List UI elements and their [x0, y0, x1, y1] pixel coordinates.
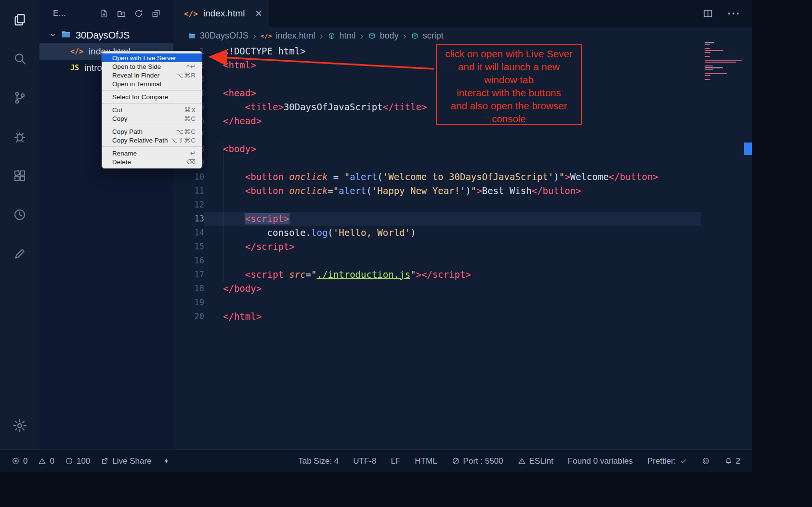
status-eslint[interactable]: ESLint — [518, 456, 553, 466]
breadcrumb: 30DaysOfJS›</>index.html›html›body›scrip… — [173, 27, 752, 44]
code-line-10[interactable]: 10 <button onclick = "alert('Welcome to … — [173, 170, 701, 184]
status-tab-size-4[interactable]: Tab Size: 4 — [298, 456, 339, 466]
explorer-actions — [99, 9, 161, 18]
folder-icon — [61, 29, 71, 42]
status-html[interactable]: HTML — [415, 456, 437, 466]
breadcrumb-body[interactable]: body — [368, 31, 399, 41]
status-port-5500[interactable]: Port : 5500 — [452, 456, 503, 466]
status-utf-8[interactable]: UTF-8 — [353, 456, 376, 466]
menu-item-delete[interactable]: Delete⌫ — [102, 157, 202, 166]
status-lf[interactable]: LF — [391, 456, 400, 466]
annotation-box: click on open with Live Severand it will… — [436, 44, 582, 125]
js-file-icon: JS — [70, 64, 79, 72]
explorer-title: E... — [53, 9, 66, 18]
activity-extensions[interactable] — [7, 163, 33, 189]
annotation-text: click on open with Live Severand it will… — [437, 47, 581, 125]
breadcrumb-label: body — [380, 31, 399, 41]
code-line-12[interactable]: 12 — [173, 198, 701, 212]
line-number: 14 — [173, 226, 204, 240]
activity-explorer[interactable] — [7, 7, 33, 33]
menu-item-open-in-terminal[interactable]: Open in Terminal — [102, 79, 202, 88]
folder-row-30daysofjs[interactable]: 30DaysOfJS — [39, 27, 173, 43]
code-line-20[interactable]: 20</html> — [173, 310, 701, 324]
breadcrumb-label: script — [423, 31, 444, 41]
status-100[interactable]: 100 — [65, 456, 90, 466]
menu-item-copy[interactable]: Copy⌘C — [102, 114, 202, 123]
new-folder-button[interactable] — [117, 9, 126, 18]
lightning-icon — [162, 457, 170, 465]
menu-item-select-for-compare[interactable]: Select for Compare — [102, 92, 202, 101]
breadcrumb-script[interactable]: script — [411, 31, 444, 41]
activity-search[interactable] — [7, 46, 33, 72]
menu-item-open-to-the-side[interactable]: Open to the Side^↵ — [102, 62, 202, 71]
code-line-15[interactable]: 15 </script> — [173, 240, 701, 254]
status-lightning[interactable] — [162, 457, 170, 465]
line-number: 16 — [173, 254, 204, 268]
editor-actions: ⋯ — [703, 0, 740, 27]
code-line-11[interactable]: 11 <button onclick="alert('Happy New Yea… — [173, 184, 701, 198]
annotation-line: and it will launch a new — [437, 60, 581, 73]
more-actions-icon[interactable]: ⋯ — [727, 7, 740, 20]
code-line-9[interactable]: 9 — [173, 156, 701, 170]
minimap[interactable] — [705, 42, 744, 81]
status-2[interactable]: 2 — [724, 456, 740, 466]
status-found-0-variables[interactable]: Found 0 variables — [568, 456, 633, 466]
breadcrumb-30daysofjs[interactable]: 30DaysOfJS — [188, 31, 249, 41]
status-smiley[interactable] — [702, 457, 710, 465]
refresh-button[interactable] — [134, 9, 144, 18]
new-folder-icon — [117, 9, 126, 18]
code-line-18[interactable]: 18</body> — [173, 282, 701, 296]
status-0[interactable]: 0 — [38, 456, 54, 466]
menu-item-cut[interactable]: Cut⌘X — [102, 105, 202, 114]
breadcrumb-label: index.html — [276, 31, 315, 41]
chevron-down-icon — [49, 30, 56, 41]
menu-item-rename[interactable]: Rename↵ — [102, 149, 202, 157]
annotation-line: interact with the buttons — [437, 86, 581, 99]
annotation-line: window tab — [437, 73, 581, 86]
status-live-share[interactable]: Live Share — [101, 456, 151, 466]
scrollbar-marker[interactable] — [744, 143, 752, 155]
share-icon — [101, 457, 109, 465]
line-number: 12 — [173, 198, 204, 212]
activity-run-debug[interactable] — [7, 124, 33, 150]
collapse-all-button[interactable] — [151, 9, 161, 18]
code-line-16[interactable]: 16 — [173, 254, 701, 268]
code-line-19[interactable]: 19 — [173, 296, 701, 310]
menu-item-reveal-in-finder[interactable]: Reveal in Finder⌥⌘R — [102, 71, 202, 79]
menu-item-copy-path[interactable]: Copy Path⌥⌘C — [102, 127, 202, 136]
status-0[interactable]: 0 — [12, 456, 27, 466]
code-line-13[interactable]: 13 <script> — [173, 212, 701, 226]
breadcrumb-index-html[interactable]: </>index.html — [261, 31, 315, 41]
root-folder-label: 30DaysOfJS — [76, 30, 130, 41]
breadcrumb-html[interactable]: html — [327, 31, 356, 41]
tab-index-html[interactable]: </> index.html × — [173, 0, 269, 27]
breadcrumb-separator: › — [249, 30, 261, 41]
activity-source-control[interactable] — [7, 85, 33, 111]
breadcrumb-separator: › — [356, 30, 368, 41]
menu-separator — [102, 125, 202, 125]
activity-history[interactable] — [7, 202, 33, 228]
code-line-7[interactable]: 7 — [173, 128, 701, 142]
menu-item-open-with-live-server[interactable]: Open with Live Server — [102, 53, 202, 62]
activity-edit[interactable] — [7, 241, 33, 267]
code-line-14[interactable]: 14 console.log('Hello, World') — [173, 226, 701, 240]
refresh-icon — [134, 9, 144, 18]
source-control-icon — [13, 91, 27, 105]
search-icon — [13, 52, 27, 66]
activity-bar-bottom — [7, 413, 33, 439]
split-editor-icon — [703, 8, 713, 19]
vscode-window: E... 30DaysOfJS </>index.htmlJSintroduct… — [0, 0, 752, 472]
code-line-8[interactable]: 8<body> — [173, 142, 701, 156]
status-prettier[interactable]: Prettier: — [647, 456, 687, 466]
code-line-17[interactable]: 17 <script src="./introduction.js"></scr… — [173, 268, 701, 282]
editor-area: </> index.html × ⋯ 30DaysOfJS›</>index.h… — [173, 0, 752, 449]
folder-icon — [61, 29, 71, 39]
menu-item-copy-relative-path[interactable]: Copy Relative Path⌥⇧⌘C — [102, 136, 202, 144]
folder-icon — [188, 32, 196, 40]
activity-settings[interactable] — [7, 413, 33, 439]
chevron-down-icon — [49, 31, 56, 39]
close-icon[interactable]: × — [255, 8, 262, 19]
new-file-button[interactable] — [99, 9, 109, 18]
breadcrumb-label: html — [340, 31, 356, 41]
split-editor-icon[interactable] — [703, 8, 713, 19]
